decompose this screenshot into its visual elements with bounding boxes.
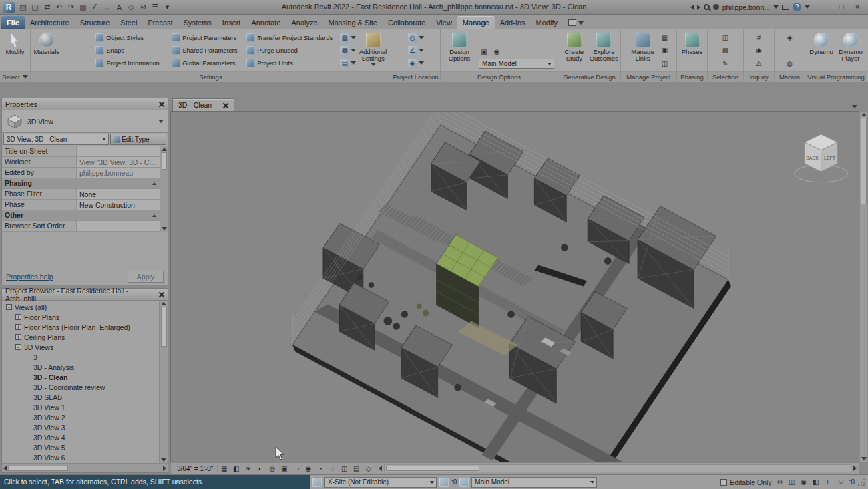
load-selection-icon[interactable]: ▤ xyxy=(720,45,731,56)
temporary-hide-isolate-icon[interactable]: ◔ xyxy=(314,464,326,474)
purge-unused-button[interactable]: Purge Unused xyxy=(246,45,339,56)
project-browser-hscrollbar[interactable] xyxy=(2,463,168,472)
ribbon-display-toggle[interactable] xyxy=(568,16,584,29)
tab-steel[interactable]: Steel xyxy=(115,16,142,29)
apply-button[interactable]: Apply xyxy=(128,271,164,283)
design-options-button[interactable]: Design Options xyxy=(443,31,476,70)
view-scale-button[interactable]: 3/64" = 1'-0" xyxy=(173,465,218,472)
navigate-forward-icon[interactable] xyxy=(697,5,700,10)
type-selector[interactable]: 3D View xyxy=(2,110,168,133)
default-3d-view-icon[interactable]: ◇ xyxy=(126,1,137,13)
project-browser-vscrollbar[interactable] xyxy=(159,301,168,463)
tree-view-3d-view-4[interactable]: 3D View 4 xyxy=(2,432,159,442)
property-row[interactable]: Edited by philippe.bonneau xyxy=(2,168,160,178)
temporary-view-properties-icon[interactable]: ▤ xyxy=(351,464,362,474)
property-row[interactable]: Phasing xyxy=(2,178,160,189)
app-store-cart-icon[interactable] xyxy=(782,5,789,10)
property-row[interactable]: Other xyxy=(2,210,160,221)
lock-3d-view-icon[interactable]: ◉ xyxy=(302,464,314,474)
close-properties-icon[interactable] xyxy=(158,101,164,107)
redo-icon[interactable]: ↷ xyxy=(65,1,77,13)
macro-security-icon[interactable]: ◍ xyxy=(785,58,795,69)
save-icon[interactable]: ◫ xyxy=(29,1,41,13)
tree-expand-icon[interactable]: + xyxy=(15,314,21,320)
undo-icon[interactable]: ↶ xyxy=(53,1,65,13)
coordinates-dropdown[interactable]: ∠ xyxy=(408,45,424,56)
crop-view-icon[interactable]: ▣ xyxy=(278,464,290,474)
dynamo-button[interactable]: Dynamo xyxy=(807,31,835,70)
edit-type-button[interactable]: Edit Type xyxy=(110,134,166,145)
scroll-thumb[interactable] xyxy=(861,118,867,204)
shadows-icon[interactable]: ◐ xyxy=(254,464,266,474)
tree-view-3d-view-2[interactable]: 3D View 2 xyxy=(2,412,159,422)
user-menu-caret-icon[interactable] xyxy=(773,5,779,9)
tree-view-3d-view-5[interactable]: 3D View 5 xyxy=(2,442,159,452)
modify-button[interactable]: Modify xyxy=(2,31,28,70)
property-row[interactable]: Phase Filter None xyxy=(2,189,160,200)
manage-images-icon[interactable]: ▦ xyxy=(660,32,670,43)
help-menu-caret-icon[interactable] xyxy=(805,5,810,9)
project-information-button[interactable]: Project Information xyxy=(95,57,170,69)
close-project-browser-icon[interactable] xyxy=(158,291,164,297)
active-design-option-dropdown[interactable]: Main Model xyxy=(471,477,597,488)
materials-button[interactable]: Materials xyxy=(33,31,60,70)
scroll-thumb[interactable] xyxy=(161,307,167,347)
tree-floor-plans-enlarged[interactable]: + Floor Plans (Floor Plan_Enlarged) xyxy=(2,322,159,332)
detail-level-icon[interactable]: ▦ xyxy=(218,464,230,474)
print-icon[interactable]: ▥ xyxy=(77,1,89,13)
tab-structure[interactable]: Structure xyxy=(75,16,116,29)
snaps-button[interactable]: Snaps xyxy=(95,45,170,56)
search-icon[interactable] xyxy=(704,4,710,10)
revit-logo[interactable]: R xyxy=(3,2,15,13)
project-units-button[interactable]: Project Units xyxy=(246,57,339,69)
visual-style-icon[interactable]: ◧ xyxy=(230,464,242,474)
tree-view-3d-clean[interactable]: 3D - Clean xyxy=(2,372,159,382)
scroll-left-icon[interactable] xyxy=(3,466,7,471)
properties-header[interactable]: Properties xyxy=(2,98,168,110)
phases-button[interactable]: Phases xyxy=(679,31,705,70)
show-crop-region-icon[interactable]: ▭ xyxy=(290,464,302,474)
project-parameters-button[interactable]: Project Parameters xyxy=(172,32,245,43)
scroll-left-icon[interactable] xyxy=(379,466,382,471)
active-design-option-ribbon-dropdown[interactable]: Main Model xyxy=(479,59,554,69)
position-dropdown[interactable]: ◈ xyxy=(408,57,424,69)
scroll-right-icon[interactable] xyxy=(853,466,857,471)
open-icon[interactable]: ▤ xyxy=(17,1,29,13)
property-row[interactable]: Title on Sheet xyxy=(2,146,160,157)
manage-links-button[interactable]: Manage Links xyxy=(628,31,658,70)
sync-with-central-icon[interactable]: ⇄ xyxy=(41,1,53,13)
create-study-button[interactable]: Create Study xyxy=(560,31,588,70)
location-button[interactable]: ◎ xyxy=(408,32,424,43)
mep-settings-dropdown[interactable]: ▩ xyxy=(340,45,356,56)
scroll-thumb[interactable] xyxy=(8,466,68,471)
tab-insert[interactable]: Insert xyxy=(217,16,246,29)
transfer-project-standards-button[interactable]: Transfer Project Standards xyxy=(246,32,339,43)
close-button[interactable]: × xyxy=(849,1,865,13)
tree-3d-views[interactable]: - 3D Views xyxy=(2,342,159,352)
tab-modify[interactable]: Modify xyxy=(531,16,563,29)
select-pinned-elements-icon[interactable]: ◉ xyxy=(799,477,809,488)
panel-caption-select[interactable]: Select xyxy=(0,71,30,82)
tab-architecture[interactable]: Architecture xyxy=(25,16,75,29)
panel-schedule-templates-dropdown[interactable]: ▤ xyxy=(340,57,356,69)
tree-view-3[interactable]: 3 xyxy=(2,352,159,362)
viewcube[interactable]: BACK LEFT xyxy=(795,134,848,182)
worksharing-display-icon[interactable]: ◫ xyxy=(339,464,350,474)
tree-views-all[interactable]: - Views (all) xyxy=(2,302,159,312)
explore-outcomes-button[interactable]: Explore Outcomes xyxy=(590,31,618,70)
scroll-down-icon[interactable] xyxy=(162,227,167,230)
tab-annotate[interactable]: Annotate xyxy=(246,16,286,29)
close-view-icon[interactable] xyxy=(222,102,228,108)
editing-requests-icon[interactable] xyxy=(439,478,449,487)
drag-elements-on-selection-icon[interactable]: + xyxy=(823,477,833,488)
thin-lines-icon[interactable]: ☰ xyxy=(150,1,161,13)
tab-add-ins[interactable]: Add-Ins xyxy=(495,16,531,29)
drawing-area[interactable]: BACK LEFT xyxy=(170,111,859,462)
starting-view-icon[interactable]: ◫ xyxy=(660,58,670,69)
save-selection-icon[interactable]: ◫ xyxy=(720,32,731,43)
tree-expand-icon[interactable]: + xyxy=(15,334,21,340)
warnings-icon[interactable]: ⚠ xyxy=(754,58,765,69)
property-row[interactable]: Browser Sort Order xyxy=(2,221,160,232)
tab-view[interactable]: View xyxy=(431,16,457,29)
tree-ceiling-plans[interactable]: + Ceiling Plans xyxy=(2,332,159,342)
